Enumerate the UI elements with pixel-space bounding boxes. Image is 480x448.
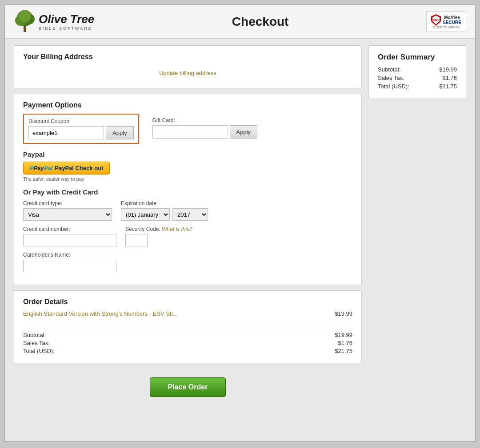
mcafee-verify-text: CLICK TO VERIFY bbox=[429, 26, 463, 29]
paypal-title: Paypal bbox=[23, 151, 352, 158]
payment-options-title: Payment Options bbox=[23, 101, 352, 109]
summary-total-label: Total (USD): bbox=[378, 83, 409, 90]
summary-subtotal-label: Subtotal: bbox=[378, 66, 400, 73]
order-subtotal-row: Subtotal: $19.99 bbox=[23, 332, 352, 338]
cc-type-expiry-row: Credit card type: Visa Mastercard Americ… bbox=[23, 200, 352, 221]
shield-icon: MC bbox=[431, 14, 441, 26]
paypal-checkout-button[interactable]: PPayPal PayPal Check out bbox=[23, 162, 110, 174]
summary-tax-row: Sales Tax: $1.76 bbox=[378, 75, 457, 81]
order-total-label: Total (USD): bbox=[23, 348, 55, 354]
header: Olive Tree BIBLE SOFTWARE Checkout MC Mc… bbox=[5, 5, 475, 39]
cc-type-label: Credit card type: bbox=[23, 200, 112, 206]
order-totals: Subtotal: $19.99 Sales Tax: $1.76 Total … bbox=[23, 332, 352, 354]
cardholder-label: Cardholder's Name: bbox=[23, 252, 116, 258]
main-content: Your Billing Address Update billing addr… bbox=[5, 39, 475, 412]
gift-card-section: Gift Card: Apply bbox=[152, 114, 258, 144]
update-billing-link[interactable]: Update billing address bbox=[23, 65, 352, 81]
order-summary-card: Order Summary Subtotal: $19.99 Sales Tax… bbox=[368, 45, 466, 99]
security-code-label: Security Code: What is this? bbox=[125, 226, 192, 232]
order-total-value: $21.75 bbox=[335, 348, 352, 354]
mcafee-secure: SECURE bbox=[443, 20, 461, 25]
cardholder-input[interactable] bbox=[23, 260, 116, 272]
credit-card-section: Or Pay with Credit Card Credit card type… bbox=[23, 188, 352, 272]
cc-number-input[interactable] bbox=[23, 234, 116, 246]
discount-input-row: Apply bbox=[28, 126, 134, 139]
summary-tax-value: $1.76 bbox=[442, 75, 457, 81]
logo-text: Olive Tree bbox=[39, 12, 94, 26]
discount-gift-row: Discount Coupon: Apply Gift Card: Apply bbox=[23, 114, 352, 144]
summary-subtotal-row: Subtotal: $19.99 bbox=[378, 66, 457, 73]
order-tax-row: Sales Tax: $1.76 bbox=[23, 340, 352, 346]
order-tax-value: $1.76 bbox=[338, 340, 352, 346]
logo-subtitle: BIBLE SOFTWARE bbox=[39, 26, 94, 31]
apply-gift-button[interactable]: Apply bbox=[230, 125, 258, 139]
summary-total-row: Total (USD): $21.75 bbox=[378, 83, 457, 90]
cc-type-select[interactable]: Visa Mastercard American Express Discove… bbox=[23, 208, 112, 221]
cardholder-group: Cardholder's Name: bbox=[23, 252, 116, 272]
payment-options-card: Payment Options Discount Coupon: Apply G… bbox=[14, 94, 362, 285]
logo-area: Olive Tree BIBLE SOFTWARE bbox=[14, 9, 94, 34]
billing-address-title: Your Billing Address bbox=[23, 53, 352, 61]
left-column: Your Billing Address Update billing addr… bbox=[14, 45, 362, 406]
right-column: Order Summary Subtotal: $19.99 Sales Tax… bbox=[368, 45, 466, 99]
expiry-selects: (01) January (02) February (03) March (0… bbox=[121, 208, 208, 221]
svg-point-3 bbox=[19, 10, 31, 22]
svg-text:MC: MC bbox=[433, 18, 439, 22]
expiry-group: Expiration date: (01) January (02) Febru… bbox=[121, 200, 208, 221]
mcafee-badge[interactable]: MC McAfee SECURE CLICK TO VERIFY bbox=[426, 11, 466, 32]
billing-address-card: Your Billing Address Update billing addr… bbox=[14, 45, 362, 88]
summary-total-value: $21.75 bbox=[439, 83, 457, 90]
order-item-row: English Standard Version with Strong's N… bbox=[23, 310, 352, 328]
cc-number-security-row: Credit card number: Security Code: What … bbox=[23, 226, 352, 246]
cc-number-group: Credit card number: bbox=[23, 226, 116, 246]
security-what-link[interactable]: What is this? bbox=[162, 226, 192, 232]
place-order-area: Place Order bbox=[14, 369, 362, 406]
order-item-link[interactable]: English Standard Version with Strong's N… bbox=[23, 310, 178, 317]
svg-rect-4 bbox=[24, 25, 26, 32]
gift-card-input[interactable] bbox=[152, 125, 228, 139]
expiry-month-select[interactable]: (01) January (02) February (03) March (0… bbox=[121, 208, 170, 221]
expiry-year-select[interactable]: 2017 2018 2019 2020 bbox=[172, 208, 208, 221]
gift-input-row: Apply bbox=[152, 125, 258, 139]
mcafee-name: McAfee bbox=[443, 15, 461, 20]
order-details-title: Order Details bbox=[23, 298, 352, 306]
cc-type-group: Credit card type: Visa Mastercard Americ… bbox=[23, 200, 112, 221]
order-details-card: Order Details English Standard Version w… bbox=[14, 290, 362, 363]
summary-tax-label: Sales Tax: bbox=[378, 75, 404, 81]
expiry-label: Expiration date: bbox=[121, 200, 208, 206]
credit-card-title: Or Pay with Credit Card bbox=[23, 188, 352, 196]
discount-coupon-label: Discount Coupon: bbox=[28, 118, 134, 124]
paypal-tagline: The safer, easier way to pay bbox=[23, 176, 352, 182]
paypal-section: Paypal PPayPal PayPal Check out The safe… bbox=[23, 151, 352, 182]
summary-subtotal-value: $19.99 bbox=[439, 66, 457, 73]
security-code-group: Security Code: What is this? bbox=[125, 226, 192, 246]
paypal-btn-label: PayPal Check out bbox=[55, 165, 103, 171]
paypal-p-icon: PPayPal bbox=[30, 165, 52, 171]
order-tax-label: Sales Tax: bbox=[23, 340, 50, 346]
tree-icon bbox=[14, 9, 36, 34]
apply-coupon-button[interactable]: Apply bbox=[106, 126, 134, 139]
page-title: Checkout bbox=[232, 15, 289, 29]
order-total-row: Total (USD): $21.75 bbox=[23, 348, 352, 354]
gift-card-label: Gift Card: bbox=[152, 117, 258, 123]
order-summary-title: Order Summary bbox=[378, 53, 457, 62]
cardholder-row: Cardholder's Name: bbox=[23, 252, 352, 272]
discount-coupon-input[interactable] bbox=[28, 126, 104, 139]
security-code-input[interactable] bbox=[125, 234, 148, 246]
order-item-price: $19.99 bbox=[335, 310, 352, 322]
place-order-button[interactable]: Place Order bbox=[150, 377, 226, 397]
order-subtotal-value: $19.99 bbox=[335, 332, 352, 338]
order-subtotal-label: Subtotal: bbox=[23, 332, 46, 338]
cc-number-label: Credit card number: bbox=[23, 226, 116, 232]
discount-coupon-section: Discount Coupon: Apply bbox=[23, 114, 139, 144]
